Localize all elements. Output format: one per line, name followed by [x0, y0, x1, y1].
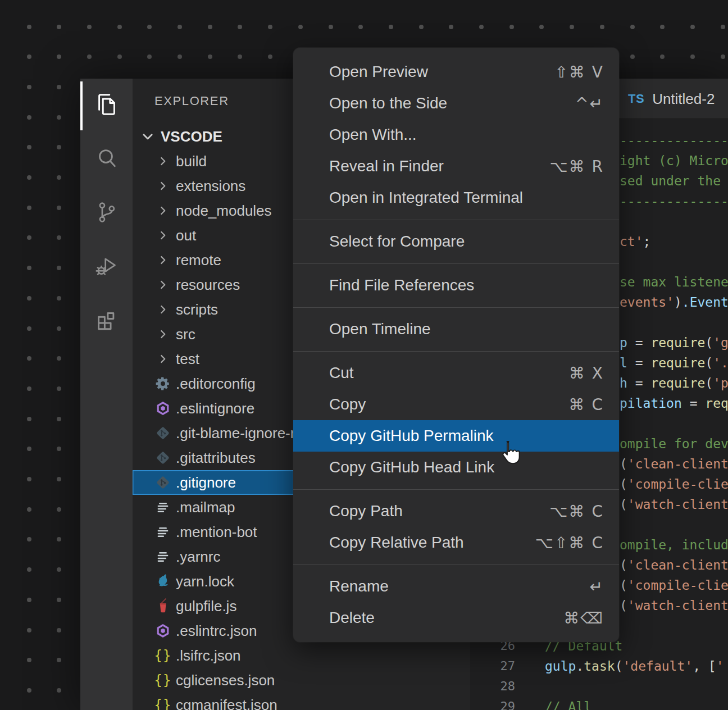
file-label: .mention-bot — [176, 524, 257, 541]
files-icon — [94, 92, 120, 120]
gulp-file-icon — [155, 597, 171, 615]
bg-dot — [57, 598, 61, 602]
chevron-right-icon — [155, 276, 171, 294]
bg-dot — [721, 25, 725, 29]
bg-dot — [27, 145, 31, 149]
bg-dot — [87, 25, 92, 29]
bg-dot — [539, 25, 544, 29]
folder-label: test — [176, 351, 199, 368]
chevron-right-icon — [155, 350, 171, 368]
file-label: gulpfile.js — [176, 598, 236, 615]
bg-dot — [57, 507, 61, 512]
tree-file-cgmanifest.json[interactable]: {}cgmanifest.json — [133, 693, 470, 710]
menu-item-reveal-in-finder[interactable]: Reveal in Finder⌥⌘ R — [293, 151, 619, 182]
menu-item-shortcut: ⌥⌘ C — [549, 502, 604, 521]
activity-item-source-control[interactable] — [80, 186, 133, 240]
bg-dot — [57, 447, 61, 451]
tree-file-cglicenses.json[interactable]: {}cglicenses.json — [133, 668, 470, 693]
bg-dot — [27, 296, 31, 301]
folder-label: remote — [176, 252, 221, 269]
txt-file-icon — [155, 498, 171, 516]
folder-label: build — [176, 153, 207, 170]
file-label: .gitignore — [176, 474, 236, 491]
folder-label: resources — [176, 276, 240, 294]
bg-dot — [27, 567, 31, 572]
bg-dot — [57, 688, 61, 693]
bg-dot — [27, 507, 31, 512]
bg-dot — [57, 658, 61, 662]
bg-dot — [57, 296, 61, 301]
typescript-file-icon: TS — [628, 92, 644, 106]
bg-dot — [57, 85, 61, 89]
file-label: .eslintignore — [176, 400, 254, 417]
bg-dot — [358, 25, 363, 29]
menu-item-label: Rename — [329, 577, 389, 595]
activity-item-explorer[interactable] — [80, 79, 133, 133]
chevron-right-icon — [155, 152, 171, 170]
bg-dot — [268, 25, 272, 29]
bg-dot — [27, 417, 31, 421]
bg-dot — [419, 25, 424, 29]
bg-dot — [660, 54, 665, 59]
bg-dot — [57, 266, 61, 270]
bg-dot — [27, 175, 31, 180]
bg-dot — [57, 54, 61, 59]
bg-dot — [27, 85, 31, 89]
menu-item-open-with-[interactable]: Open With... — [293, 119, 619, 151]
menu-item-copy-relative-path[interactable]: Copy Relative Path⌥⇧⌘ C — [293, 527, 619, 558]
menu-item-open-timeline[interactable]: Open Timeline — [293, 313, 619, 345]
bg-dot — [27, 447, 31, 451]
menu-item-label: Copy GitHub Head Link — [329, 458, 494, 476]
bg-dot — [27, 688, 31, 693]
gear-file-icon — [155, 375, 171, 393]
menu-item-label: Copy — [329, 395, 366, 413]
menu-item-copy-github-permalink[interactable]: Copy GitHub Permalink — [293, 420, 619, 452]
bg-dot — [57, 235, 61, 240]
bg-dot — [690, 25, 695, 29]
folder-label: scripts — [176, 301, 218, 318]
eslint-file-icon — [155, 622, 171, 640]
menu-item-open-in-integrated-terminal[interactable]: Open in Integrated Terminal — [293, 182, 619, 213]
activity-item-search[interactable] — [80, 133, 133, 186]
menu-item-delete[interactable]: Delete⌘⌫ — [293, 602, 619, 634]
menu-item-copy[interactable]: Copy⌘ C — [293, 389, 619, 420]
menu-item-label: Copy GitHub Permalink — [329, 427, 494, 445]
activity-item-extensions[interactable] — [80, 294, 133, 348]
bg-dot — [147, 54, 152, 59]
file-label: .editorconfig — [176, 375, 256, 393]
menu-item-rename[interactable]: Rename↵ — [293, 571, 619, 602]
git-file-icon — [155, 424, 171, 442]
bg-dot — [147, 25, 152, 29]
menu-item-label: Open to the Side — [329, 94, 447, 112]
bg-dot — [117, 25, 122, 29]
activity-item-run-debug[interactable] — [80, 240, 133, 294]
bg-dot — [630, 25, 635, 29]
bg-dot — [27, 326, 31, 331]
bg-dot — [57, 628, 61, 632]
menu-item-shortcut: ⌥⇧⌘ C — [535, 534, 604, 552]
menu-item-open-to-the-side[interactable]: Open to the Side^↵ — [293, 88, 619, 119]
menu-item-shortcut: ^↵ — [575, 94, 604, 113]
tab-untitled-2[interactable]: TS Untitled-2 — [628, 79, 715, 119]
chevron-right-icon — [155, 301, 171, 318]
bg-dot — [570, 25, 574, 29]
menu-item-shortcut: ↵ — [590, 577, 604, 596]
activity-bar — [80, 79, 133, 710]
chevron-right-icon — [155, 251, 171, 269]
menu-item-copy-path[interactable]: Copy Path⌥⌘ C — [293, 495, 619, 527]
menu-separator — [293, 351, 619, 352]
menu-item-cut[interactable]: Cut⌘ X — [293, 357, 619, 389]
bg-dot — [27, 477, 31, 481]
bg-dot — [57, 567, 61, 572]
menu-separator — [293, 489, 619, 490]
tree-file-.lsifrc.json[interactable]: {}.lsifrc.json — [133, 643, 470, 668]
menu-item-shortcut: ⌘ X — [569, 364, 604, 383]
menu-item-open-preview[interactable]: Open Preview⇧⌘ V — [293, 56, 619, 88]
bg-dot — [57, 477, 61, 481]
menu-item-label: Select for Compare — [329, 233, 465, 251]
bg-dot — [329, 25, 333, 29]
menu-item-copy-github-head-link[interactable]: Copy GitHub Head Link — [293, 452, 619, 483]
explorer-title: EXPLORER — [154, 94, 229, 110]
menu-item-select-for-compare[interactable]: Select for Compare — [293, 226, 619, 257]
menu-item-find-file-references[interactable]: Find File References — [293, 270, 619, 301]
